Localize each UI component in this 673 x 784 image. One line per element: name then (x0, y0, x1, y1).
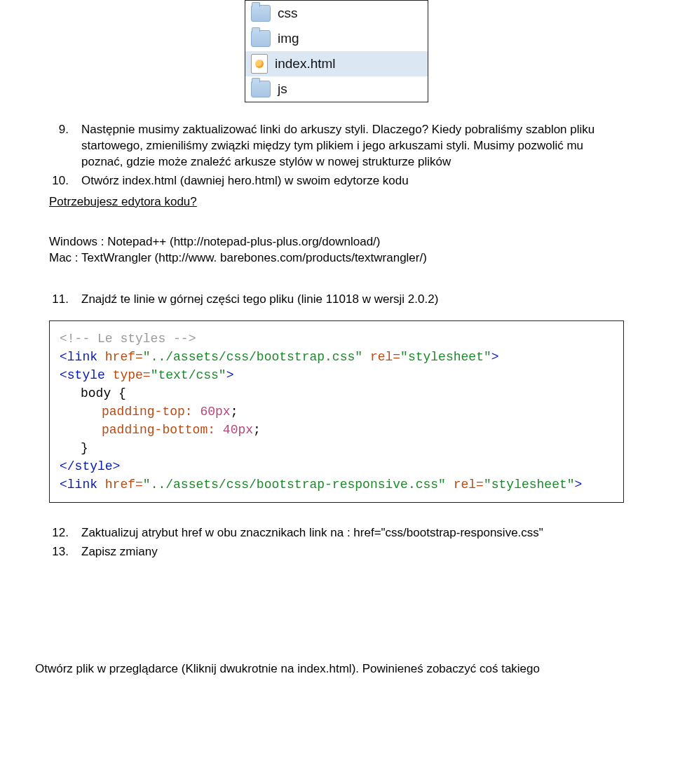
file-name: img (278, 31, 299, 46)
code-prop: padding-bottom: (102, 423, 223, 437)
code-val: "stylesheet" (400, 350, 491, 364)
file-browser: css img index.html js (245, 0, 428, 102)
file-name: css (278, 6, 298, 21)
step-10: 10. Otwórz index.html (dawniej hero.html… (49, 173, 624, 189)
code-value: 60px (200, 405, 230, 419)
step-number: 11. (49, 292, 69, 308)
step-number: 13. (49, 544, 69, 560)
code-comment: <!-- Le styles --> (60, 332, 196, 346)
editor-windows: Windows : Notepad++ (http://notepad-plus… (49, 234, 624, 250)
footer-text: Otwórz plik w przeglądarce (Kliknij dwuk… (35, 661, 624, 677)
step-11: 11. Znajdź te linie w górnej części tego… (49, 292, 624, 308)
code-tag: <style (60, 368, 113, 382)
code-tag: </style> (60, 459, 120, 473)
code-semi: ; (231, 405, 238, 419)
code-value: 40px (223, 423, 253, 437)
code-val: "../assets/css/bootstrap.css" (143, 350, 362, 364)
folder-icon (251, 81, 271, 97)
file-row-img[interactable]: img (245, 26, 428, 51)
code-attr: type= (113, 368, 151, 382)
step-9: 9. Następnie musimy zaktualizować linki … (49, 122, 624, 170)
editor-mac: Mac : TextWrangler (http://www. barebone… (49, 250, 624, 266)
code-attr: rel= (446, 478, 484, 492)
step-number: 9. (49, 122, 69, 170)
code-attr: href= (105, 350, 143, 364)
code-attr: rel= (362, 350, 400, 364)
folder-icon (251, 5, 271, 22)
code-val: "../assets/css/bootstrap-responsive.css" (143, 478, 446, 492)
step-13: 13. Zapisz zmiany (49, 544, 624, 560)
code-val: "text/css" (151, 368, 226, 382)
file-row-index-html[interactable]: index.html (245, 51, 428, 76)
code-selector: body { (81, 386, 126, 400)
code-semi: ; (253, 423, 261, 437)
step-text: Zaktualizuj atrybut href w obu znacznika… (81, 525, 624, 541)
step-text: Otwórz index.html (dawniej hero.html) w … (81, 173, 624, 189)
step-number: 10. (49, 173, 69, 189)
editor-heading: Potrzebujesz edytora kodu? (49, 195, 624, 209)
code-tag: > (491, 350, 499, 364)
file-name: index.html (275, 56, 336, 72)
step-text: Zapisz zmiany (81, 544, 624, 560)
code-attr: href= (105, 478, 143, 492)
step-text: Następnie musimy zaktualizować linki do … (81, 122, 624, 170)
file-name: js (278, 81, 287, 97)
step-12: 12. Zaktualizuj atrybut href w obu znacz… (49, 525, 624, 541)
code-close-brace: } (81, 441, 88, 455)
code-tag: <link (60, 478, 105, 492)
code-tag: > (226, 368, 234, 382)
step-number: 12. (49, 525, 69, 541)
file-row-css[interactable]: css (245, 1, 428, 26)
code-val: "stylesheet" (484, 478, 575, 492)
html-file-icon (251, 54, 268, 74)
folder-icon (251, 30, 271, 47)
step-text: Znajdź te linie w górnej części tego pli… (81, 292, 624, 308)
file-row-js[interactable]: js (245, 76, 428, 102)
code-snippet: <!-- Le styles --> <link href="../assets… (49, 320, 624, 503)
code-prop: padding-top: (102, 405, 200, 419)
code-tag: <link (60, 350, 105, 364)
code-tag: > (575, 478, 583, 492)
